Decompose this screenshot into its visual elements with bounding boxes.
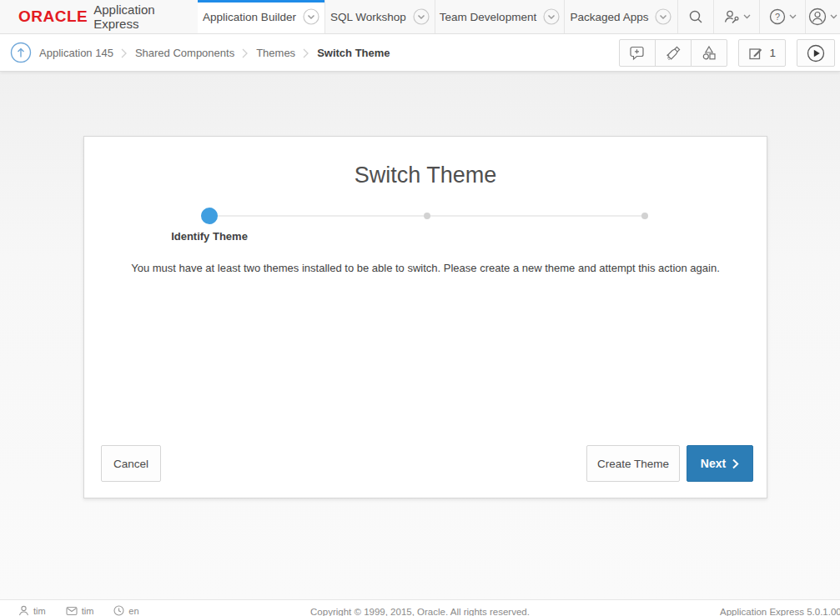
- chevron-down-circle-icon[interactable]: [543, 8, 560, 25]
- wizard-step-label: Identify Theme: [171, 230, 248, 243]
- shapes-icon: [701, 45, 717, 61]
- edit-page-icon: [748, 46, 763, 61]
- chevron-down-circle-icon[interactable]: [413, 8, 430, 25]
- footer-session-info: tim tim en: [18, 605, 139, 616]
- footer-bar: tim tim en Copyright © 1999, 2015, Oracl…: [0, 599, 840, 616]
- breadcrumb-themes[interactable]: Themes: [256, 47, 295, 59]
- next-button[interactable]: Next: [687, 445, 753, 482]
- user-account-menu-button[interactable]: [806, 0, 840, 33]
- svg-text:?: ?: [774, 12, 779, 22]
- flashlight-icon: [665, 45, 682, 62]
- up-level-icon[interactable]: [10, 42, 32, 63]
- footer-user-name: tim: [33, 606, 46, 616]
- help-icon: ?: [769, 8, 786, 25]
- tab-label: Application Builder: [203, 11, 296, 23]
- next-button-label: Next: [701, 457, 726, 470]
- user-icon: [18, 605, 29, 616]
- logo[interactable]: ORACLE Application Express: [0, 0, 198, 33]
- chevron-down-circle-icon[interactable]: [655, 8, 671, 25]
- product-name: Application Express: [93, 3, 198, 31]
- chevron-down-circle-icon[interactable]: [303, 8, 319, 25]
- run-page-button[interactable]: [797, 39, 835, 67]
- apex-window: ORACLE Application Express Application B…: [0, 0, 840, 616]
- spotlight-search-button[interactable]: [655, 39, 692, 67]
- shared-components-button[interactable]: [691, 39, 727, 67]
- toolbar-button-group: [619, 39, 727, 67]
- breadcrumb-switch-theme: Switch Theme: [317, 47, 390, 59]
- wizard-step-2-dot: [424, 213, 430, 219]
- footer-workspace-name: tim: [82, 606, 94, 616]
- chevron-down-icon: [789, 14, 797, 19]
- clock-icon: [113, 605, 124, 616]
- chevron-down-icon: [830, 14, 837, 19]
- breadcrumb-separator-icon: [242, 48, 249, 58]
- search-icon: [688, 9, 703, 24]
- comment-plus-icon: [629, 45, 646, 61]
- footer-version: Application Express 5.0.1.00.06: [720, 607, 840, 616]
- switch-theme-wizard-card: Switch Theme Identify Theme You must hav…: [83, 136, 767, 498]
- oracle-logo: ORACLE: [18, 8, 88, 26]
- tab-packaged-apps[interactable]: Packaged Apps: [565, 0, 678, 33]
- tab-application-builder[interactable]: Application Builder: [198, 0, 325, 33]
- tab-sql-workshop[interactable]: SQL Workshop: [325, 0, 435, 33]
- page-title: Switch Theme: [84, 163, 767, 188]
- envelope-icon: [66, 606, 78, 616]
- wizard-step-3-dot: [641, 213, 648, 219]
- footer-workspace: tim: [66, 605, 94, 616]
- tab-label: Team Development: [440, 11, 536, 23]
- edit-page-number: 1: [769, 47, 776, 59]
- footer-user: tim: [18, 605, 46, 616]
- tab-label: SQL Workshop: [330, 11, 406, 23]
- page-toolbar: 1: [619, 39, 835, 67]
- feedback-button[interactable]: [619, 39, 656, 67]
- top-navigation-bar: ORACLE Application Express Application B…: [0, 0, 840, 34]
- tab-label: Packaged Apps: [571, 11, 649, 23]
- footer-language-code: en: [128, 606, 138, 616]
- help-menu-button[interactable]: ?: [760, 0, 806, 33]
- breadcrumb-separator-icon: [303, 48, 309, 58]
- wizard-step-1-dot: [201, 208, 218, 224]
- chevron-down-icon: [743, 14, 751, 19]
- create-theme-button[interactable]: Create Theme: [586, 445, 680, 482]
- footer-copyright: Copyright © 1999, 2015, Oracle. All righ…: [310, 607, 530, 616]
- edit-page-button[interactable]: 1: [738, 39, 786, 67]
- admin-wrench-icon: [723, 9, 740, 24]
- breadcrumb: Application 145 Shared Components Themes…: [0, 42, 390, 63]
- breadcrumb-application[interactable]: Application 145: [39, 47, 113, 59]
- page-content: Switch Theme Identify Theme You must hav…: [0, 72, 840, 599]
- tab-team-development[interactable]: Team Development: [435, 0, 565, 33]
- administration-menu-button[interactable]: [714, 0, 760, 33]
- wizard-message: You must have at least two themes instal…: [84, 262, 767, 274]
- breadcrumb-shared-components[interactable]: Shared Components: [135, 47, 234, 59]
- chevron-right-icon: [732, 458, 739, 469]
- user-avatar-icon: [808, 8, 827, 26]
- footer-language: en: [113, 605, 138, 616]
- breadcrumb-separator-icon: [121, 48, 128, 58]
- run-play-icon: [807, 44, 825, 63]
- breadcrumb-bar: Application 145 Shared Components Themes…: [0, 34, 840, 72]
- search-button[interactable]: [678, 0, 714, 33]
- cancel-button[interactable]: Cancel: [101, 445, 161, 482]
